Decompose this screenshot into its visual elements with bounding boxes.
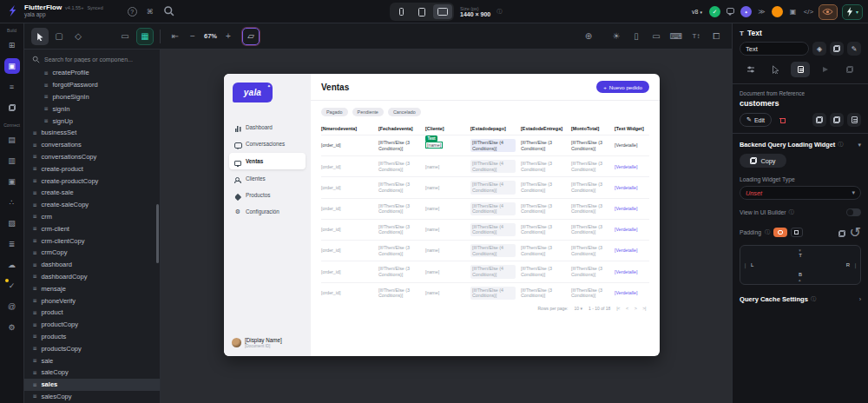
preview-button[interactable] — [819, 4, 838, 20]
view-in-ui-builder-toggle[interactable] — [846, 208, 861, 216]
pages-list-item[interactable]: ⧈dashboardCopy — [24, 271, 160, 283]
debug-icon[interactable]: ▣ — [787, 8, 799, 16]
search-icon[interactable] — [163, 5, 175, 17]
pages-list-item[interactable]: ⧈forgotPassword — [24, 79, 160, 91]
zoom-in-button[interactable]: + — [220, 28, 237, 45]
pages-list-item[interactable]: ⧈crm-clientCopy — [24, 235, 160, 247]
padding-individual-button[interactable] — [791, 228, 803, 237]
rail-cloud-functions-icon[interactable]: ☁ — [4, 257, 20, 273]
cell-accion[interactable]: [Verdetalle] — [615, 206, 649, 212]
language-icon[interactable]: ⊕ — [580, 28, 597, 45]
new-order-button[interactable]: + Nuevo pedido — [596, 81, 649, 93]
table-row[interactable]: [order_id][If/Then/Else (3 Conditions)][… — [321, 155, 649, 176]
pages-list-item[interactable]: ⧈create-productCopy — [24, 175, 160, 187]
filter-chip-cancelado[interactable]: Cancelado — [388, 108, 421, 116]
rail-settings-icon[interactable]: ⚙ — [4, 320, 20, 335]
help-icon[interactable]: ? — [128, 7, 137, 17]
app-nav-item-clientes[interactable]: Clientes — [229, 171, 306, 186]
keyboard-overlay-icon[interactable]: ⌨ — [667, 28, 685, 45]
safe-area-icon[interactable]: ▭ — [648, 28, 665, 45]
run-button[interactable]: ▾ — [842, 4, 863, 20]
theme-mode-icon[interactable]: ☀ — [608, 28, 625, 45]
feedback-icon[interactable] — [725, 8, 736, 16]
app-user-row[interactable]: [Display Name] [Document ID] — [224, 337, 311, 356]
filter-chip-pagado[interactable]: Pagado — [321, 108, 348, 116]
command-palette-icon[interactable]: ⌘ — [144, 5, 156, 17]
rows-per-page-select[interactable]: 10 ▾ — [575, 306, 582, 311]
app-preview-frame[interactable]: yala✦ DashboardConversacionesVentasClien… — [224, 74, 660, 356]
pages-list-item[interactable]: ⧈create-saleCopy — [24, 199, 160, 211]
padding-all-sides-button[interactable] — [773, 228, 787, 237]
pages-list-item[interactable]: ⧈conversationsCopy — [24, 151, 160, 163]
device-tablet-button[interactable] — [412, 4, 431, 19]
selected-text-widget[interactable]: [name] — [425, 142, 443, 149]
tab-tests[interactable] — [840, 62, 859, 77]
tab-animations[interactable] — [816, 62, 835, 77]
cell-accion[interactable]: [Verdetalle] — [615, 227, 649, 233]
padding-editor[interactable]: ▾T B▴ ❘ L R ❘ — [740, 245, 861, 285]
rail-pages-icon[interactable] — [4, 100, 20, 116]
last-page-button[interactable]: >| — [642, 306, 646, 311]
copy-query-icon[interactable] — [812, 113, 826, 127]
run-options-caret[interactable]: ▾ — [856, 9, 858, 15]
pages-list-item[interactable]: ⧈phoneSignIn — [24, 91, 160, 103]
query-cache-expand-caret[interactable]: › — [859, 296, 861, 302]
filter-chip-pendiente[interactable]: Pendiente — [352, 108, 384, 116]
pages-list-item[interactable]: ⧈createProfile — [24, 67, 160, 79]
collapse-panel-icon[interactable]: ⇤ — [167, 28, 184, 45]
pages-list-item[interactable]: ⧈create-sale — [24, 187, 160, 199]
rail-add-page-icon[interactable]: ⊞ — [4, 37, 20, 53]
style-brush-icon[interactable]: ✎ — [847, 42, 861, 56]
pages-list-item[interactable]: ⧈crmCopy — [24, 247, 160, 259]
pages-list-item[interactable]: ⧈salesCopy — [24, 391, 160, 403]
pages-list-item[interactable]: ⧈sales — [24, 379, 160, 391]
zoom-out-button[interactable]: − — [184, 28, 201, 45]
select-mode-button[interactable] — [31, 28, 49, 45]
code-view-icon[interactable]: </> — [803, 8, 814, 16]
tab-backend-query[interactable] — [791, 62, 810, 77]
loading-widget-type-dropdown[interactable]: Unset ▾ — [740, 186, 861, 200]
copy-loading-widget-button[interactable]: Copy — [740, 154, 786, 168]
table-row[interactable]: [order_id][If/Then/Else (3 Conditions)][… — [321, 282, 649, 303]
cell-accion[interactable]: [Verdetalle] — [615, 164, 649, 170]
copy-widget-icon[interactable] — [830, 42, 844, 56]
tab-actions[interactable] — [766, 62, 786, 77]
pages-list-item[interactable]: ⧈conversations — [24, 139, 160, 151]
rail-firestore-icon[interactable]: ▤ — [4, 132, 20, 148]
size-value[interactable]: 1440 × 900 — [460, 11, 490, 18]
app-nav-item-ventas[interactable]: Ventas — [229, 153, 306, 169]
prev-page-button[interactable]: < — [626, 306, 628, 311]
first-page-button[interactable]: |< — [616, 306, 620, 311]
section-collapse-caret[interactable]: ▾ — [858, 142, 861, 149]
device-phone-button[interactable] — [391, 4, 411, 19]
rail-media-assets-icon[interactable]: ▨ — [4, 215, 20, 231]
pages-list-item[interactable]: ⧈crm-client — [24, 222, 160, 235]
rail-integrations-icon[interactable]: @ — [4, 299, 20, 314]
warnings-icon[interactable] — [772, 6, 783, 17]
project-name[interactable]: yala app — [24, 12, 103, 18]
pages-scrollbar[interactable] — [156, 204, 159, 263]
pages-list-item[interactable]: ⧈phoneVerify — [24, 294, 160, 307]
pages-list-item[interactable]: ⧈businessSet — [24, 127, 160, 139]
device-desktop-button[interactable] — [433, 4, 452, 19]
zoom-level[interactable]: 67% — [201, 32, 220, 40]
pages-list-item[interactable]: ⧈crm — [24, 211, 160, 223]
branch-selector[interactable]: v8▾ — [692, 9, 702, 15]
save-query-icon[interactable] — [847, 113, 861, 127]
widget-name-input[interactable] — [740, 42, 809, 56]
cell-accion[interactable]: [Verdetalle] — [615, 248, 649, 254]
rail-widget-palette-icon[interactable]: ▣ — [4, 58, 20, 74]
app-nav-item-configuración[interactable]: ⚙Configuración — [229, 204, 306, 219]
app-nav-item-dashboard[interactable]: Dashboard — [229, 120, 306, 135]
automated-tests-icon[interactable]: ≫ — [756, 8, 767, 16]
pages-list-item[interactable]: ⧈create-product — [24, 162, 160, 175]
pages-list-item[interactable]: ⧈dashboard — [24, 259, 160, 271]
cell-accion[interactable]: [Verdetalle] — [615, 185, 649, 191]
canvas-view-button[interactable]: ▦ — [136, 28, 154, 45]
padding-copy-icon[interactable] — [838, 225, 845, 241]
rail-custom-functions-icon[interactable]: ≣ — [4, 236, 20, 252]
project-health-icon[interactable]: ✓ — [709, 6, 720, 17]
comment-mode-button[interactable]: ◇ — [69, 28, 87, 45]
design-canvas[interactable]: yala✦ DashboardConversacionesVentasClien… — [161, 50, 732, 403]
pages-list-item[interactable]: ⧈productsCopy — [24, 342, 160, 354]
